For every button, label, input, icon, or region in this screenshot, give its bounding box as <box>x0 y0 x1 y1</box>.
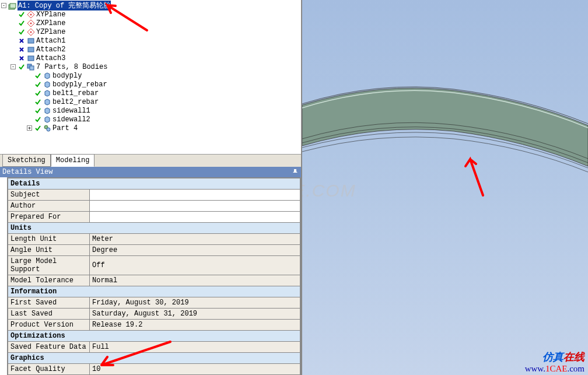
tree-body[interactable]: bodyply_rebar <box>0 80 301 89</box>
property-name: Author <box>8 201 90 212</box>
property-value[interactable]: Full <box>90 342 300 353</box>
check-icon <box>34 89 42 97</box>
tree-root[interactable]: - A1: Copy of 完整简易轮胎 <box>0 1 301 10</box>
check-icon <box>34 115 42 124</box>
check-icon <box>34 72 42 80</box>
svg-point-11 <box>47 128 50 131</box>
section-title: Graphics <box>10 354 44 362</box>
property-row[interactable]: Model ToleranceNormal <box>8 275 300 286</box>
property-name: Subject <box>8 190 90 201</box>
property-value[interactable] <box>90 201 300 212</box>
multipart-icon <box>43 124 51 132</box>
plane-icon <box>27 28 35 36</box>
property-value[interactable]: Meter <box>90 234 300 245</box>
property-value[interactable]: Normal <box>90 275 300 286</box>
property-row[interactable]: Saved Feature DataFull <box>8 342 300 353</box>
svg-point-4 <box>30 31 32 33</box>
tree-body[interactable]: belt2_rebar <box>0 97 301 106</box>
pin-icon[interactable] <box>292 169 299 176</box>
property-value[interactable]: Degree <box>90 245 300 256</box>
svg-point-3 <box>30 22 32 24</box>
details-gutter <box>0 177 8 375</box>
tree-item[interactable]: ZXPlane <box>0 19 301 27</box>
property-value[interactable]: Saturday, August 31, 2019 <box>90 309 300 320</box>
property-value[interactable]: Off <box>90 256 300 275</box>
property-name: Length Unit <box>8 234 90 245</box>
property-row[interactable]: Large Model SupportOff <box>8 256 300 275</box>
tree-body[interactable]: sidewall2 <box>0 115 301 124</box>
body-icon <box>43 98 51 106</box>
cross-icon <box>18 45 26 54</box>
tree-body[interactable]: belt1_rebar <box>0 89 301 97</box>
tree-item[interactable]: XYPlane <box>0 10 301 19</box>
plane-icon <box>27 10 35 19</box>
collapse-icon[interactable]: - <box>10 64 16 69</box>
3d-viewport[interactable]: 1CAE.COM 仿真在线 www.1CAE.com <box>302 0 588 375</box>
tree-item[interactable]: Attach1 <box>0 36 301 45</box>
property-value[interactable] <box>90 190 300 201</box>
attach-icon <box>27 54 35 62</box>
watermark-text: 1CAE.COM <box>302 181 356 201</box>
details-section-header[interactable]: -Units <box>8 223 300 234</box>
body-icon <box>43 72 51 80</box>
property-row[interactable]: Author <box>8 201 300 212</box>
tab-modeling[interactable]: Modeling <box>51 154 95 167</box>
body-icon <box>43 80 51 89</box>
check-icon <box>18 28 26 36</box>
details-section-header[interactable]: -Details <box>8 178 300 190</box>
check-icon <box>34 124 42 132</box>
property-row[interactable]: Angle UnitDegree <box>8 245 300 256</box>
property-name: Prepared For <box>8 212 90 223</box>
property-row[interactable]: Product VersionRelease 19.2 <box>8 320 300 331</box>
section-title: Optimizations <box>10 332 65 340</box>
property-value[interactable]: Release 19.2 <box>90 320 300 331</box>
body-icon <box>43 115 51 124</box>
check-icon <box>18 19 26 27</box>
model-tree: - A1: Copy of 完整简易轮胎 XYPlane ZXPlane YZP… <box>0 0 301 154</box>
expand-icon[interactable]: + <box>27 125 32 131</box>
tree-item[interactable]: YZPlane <box>0 27 301 36</box>
property-value[interactable]: 10 <box>90 364 300 375</box>
attach-icon <box>27 45 35 54</box>
body-icon <box>43 89 51 97</box>
svg-rect-1 <box>10 3 16 8</box>
section-title: Details <box>10 180 40 188</box>
property-value[interactable]: Friday, August 30, 2019 <box>90 297 300 309</box>
tree-part[interactable]: + Part 4 <box>0 124 301 132</box>
svg-rect-9 <box>30 66 34 70</box>
tree-body[interactable]: bodyply <box>0 71 301 80</box>
details-header-title: Details View <box>2 168 52 176</box>
property-name: Facet Quality <box>8 364 90 375</box>
section-title: Units <box>10 224 32 232</box>
details-section-header[interactable]: -Graphics <box>8 353 300 364</box>
details-section-header[interactable]: -Information <box>8 286 300 297</box>
property-row[interactable]: Length UnitMeter <box>8 234 300 245</box>
property-value[interactable] <box>90 212 300 223</box>
plane-icon <box>27 19 35 27</box>
tree-item[interactable]: Attach2 <box>0 45 301 54</box>
property-row[interactable]: First SavedFriday, August 30, 2019 <box>8 297 300 309</box>
section-title: Information <box>10 288 57 296</box>
svg-rect-6 <box>28 47 34 52</box>
property-row[interactable]: Prepared For <box>8 212 300 223</box>
watermark-brand: 仿真在线 www.1CAE.com <box>525 350 584 374</box>
tree-body[interactable]: sidewall1 <box>0 106 301 115</box>
property-row[interactable]: Subject <box>8 190 300 201</box>
property-row[interactable]: Last SavedSaturday, August 31, 2019 <box>8 309 300 320</box>
cross-icon <box>18 54 26 62</box>
svg-rect-5 <box>28 38 34 43</box>
check-icon <box>34 80 42 89</box>
details-panel: -DetailsSubjectAuthorPrepared For-UnitsL… <box>0 177 301 375</box>
tree-root-label: A1: Copy of 完整简易轮胎 <box>18 1 111 10</box>
svg-point-2 <box>30 13 32 15</box>
tree-item[interactable]: Attach3 <box>0 54 301 62</box>
details-section-header[interactable]: -Optimizations <box>8 331 300 342</box>
tab-bar: Sketching Modeling <box>0 154 301 167</box>
property-row[interactable]: Facet Quality10 <box>8 364 300 375</box>
property-name: Last Saved <box>8 309 90 320</box>
tab-sketching[interactable]: Sketching <box>2 154 51 167</box>
attach-icon <box>27 37 35 45</box>
tree-parts-summary[interactable]: - 7 Parts, 8 Bodies <box>0 62 301 71</box>
collapse-icon[interactable]: - <box>1 3 6 8</box>
parts-icon <box>27 63 35 71</box>
